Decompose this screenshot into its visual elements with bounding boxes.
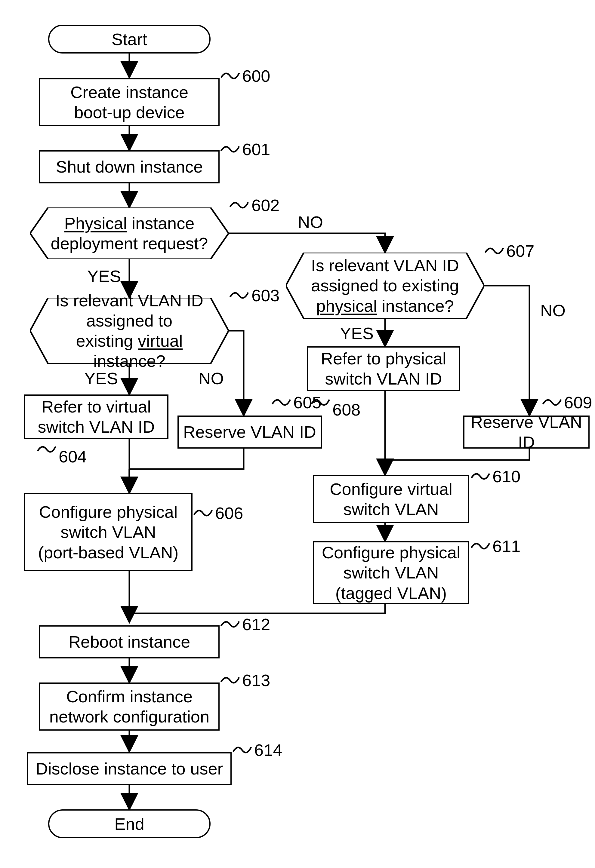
squiggle-600 (220, 69, 241, 81)
ref-602: 602 (252, 195, 280, 215)
process-601: Shut down instance (39, 150, 220, 183)
process-611-l1: Configure physical (322, 542, 460, 562)
decision-603: Is relevant VLAN ID assigned to existing… (30, 298, 229, 364)
decision-602: Physical instance deployment request? (30, 207, 229, 259)
label-603-yes: YES (84, 369, 118, 388)
ref-606: 606 (215, 503, 243, 523)
ref-610: 610 (493, 466, 520, 486)
process-609-text: Reserve VLAN ID (465, 412, 588, 452)
ref-611: 611 (493, 536, 520, 556)
process-614-text: Disclose instance to user (36, 759, 223, 779)
squiggle-613 (220, 673, 241, 685)
process-600: Create instance boot-up device (39, 78, 220, 126)
process-600-line1: Create instance (70, 82, 188, 102)
process-606-l1: Configure physical (38, 502, 179, 522)
label-607-no: NO (540, 301, 565, 320)
squiggle-607 (484, 244, 505, 255)
label-603-no: NO (198, 369, 224, 388)
process-611-l2: switch VLAN (322, 562, 460, 583)
process-608: Refer to physical switch VLAN ID (307, 346, 460, 391)
process-605-text: Reserve VLAN ID (183, 422, 316, 442)
squiggle-604 (36, 442, 57, 454)
process-600-line2: boot-up device (70, 102, 188, 123)
label-607-yes: YES (340, 323, 374, 343)
process-608-l2: switch VLAN ID (321, 369, 446, 389)
decision-602-u: Physical (64, 214, 127, 233)
process-613-l2: network configuration (49, 707, 209, 727)
process-611-l3: (tagged VLAN) (322, 583, 460, 603)
process-604: Refer to virtual switch VLAN ID (24, 394, 169, 439)
process-609: Reserve VLAN ID (463, 415, 590, 449)
process-608-l1: Refer to physical (321, 348, 446, 369)
squiggle-602 (229, 198, 250, 210)
process-605: Reserve VLAN ID (178, 415, 322, 449)
process-610-l1: Configure virtual (330, 479, 452, 499)
squiggle-608 (310, 395, 331, 407)
decision-603-l2: assigned to (48, 311, 210, 331)
ref-609: 609 (564, 393, 592, 412)
decision-607-l2: assigned to existing (311, 275, 459, 295)
process-614: Disclose instance to user (27, 752, 232, 785)
decision-602-post: instance (127, 214, 194, 233)
ref-608: 608 (332, 400, 360, 419)
squiggle-605 (271, 395, 292, 407)
ref-607: 607 (506, 241, 534, 261)
squiggle-611 (470, 539, 491, 551)
squiggle-614 (232, 743, 253, 755)
process-606: Configure physical switch VLAN (port-bas… (24, 493, 192, 571)
ref-612: 612 (242, 614, 270, 634)
decision-607-l3-u: physical (316, 297, 377, 315)
squiggle-612 (220, 617, 241, 629)
process-610-l2: switch VLAN (330, 499, 452, 519)
decision-607-l1: Is relevant VLAN ID (311, 255, 459, 275)
ref-601: 601 (242, 140, 270, 159)
squiggle-606 (192, 506, 213, 518)
process-601-text: Shut down instance (56, 156, 203, 177)
ref-603: 603 (252, 286, 280, 305)
process-604-l1: Refer to virtual (38, 397, 155, 417)
decision-603-l3-post: instance? (93, 351, 166, 371)
process-613: Confirm instance network configuration (39, 682, 220, 731)
process-611: Configure physical switch VLAN (tagged V… (313, 541, 469, 604)
terminator-end-label: End (114, 814, 144, 834)
squiggle-610 (470, 469, 491, 481)
process-606-l3: (port-based VLAN) (38, 542, 179, 562)
process-612: Reboot instance (39, 625, 220, 658)
ref-613: 613 (242, 670, 270, 690)
decision-607-l3-post: instance? (377, 297, 454, 315)
label-602-no: NO (298, 212, 323, 232)
flowchart-canvas: Start Create instance boot-up device 600… (0, 0, 595, 868)
terminator-start: Start (48, 25, 210, 53)
decision-602-l2: deployment request? (50, 233, 208, 254)
process-613-l1: Confirm instance (49, 686, 209, 707)
decision-603-l3-u: virtual (138, 331, 183, 350)
decision-603-l3-pre: existing (76, 331, 138, 350)
terminator-end: End (48, 809, 210, 838)
squiggle-601 (220, 142, 241, 154)
decision-603-l1: Is relevant VLAN ID (48, 291, 210, 311)
squiggle-609 (542, 395, 562, 407)
squiggle-603 (229, 288, 250, 300)
decision-607: Is relevant VLAN ID assigned to existing… (286, 252, 484, 319)
process-612-text: Reboot instance (69, 632, 190, 652)
label-602-yes: YES (87, 266, 121, 286)
process-606-l2: switch VLAN (38, 522, 179, 542)
ref-614: 614 (254, 740, 282, 760)
process-610: Configure virtual switch VLAN (313, 475, 469, 523)
terminator-start-label: Start (112, 30, 147, 49)
ref-600: 600 (242, 66, 270, 86)
ref-604: 604 (59, 447, 87, 466)
process-604-l2: switch VLAN ID (38, 417, 155, 437)
